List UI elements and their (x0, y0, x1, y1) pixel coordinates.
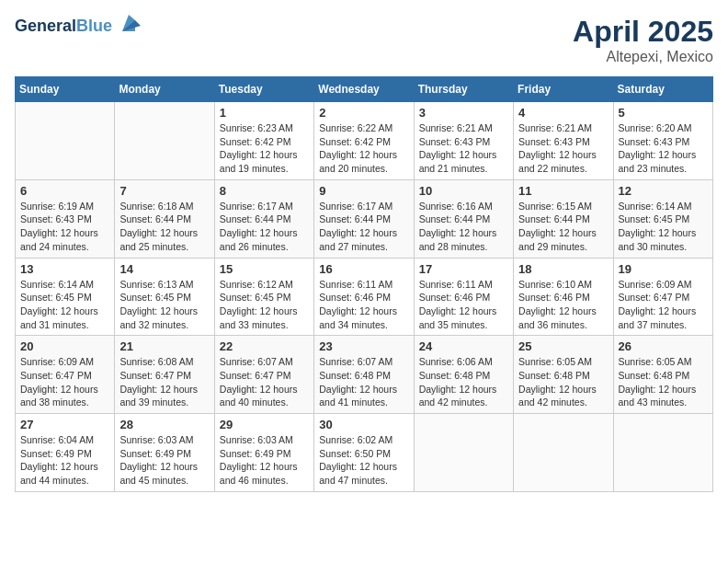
calendar-day-cell: 21Sunrise: 6:08 AMSunset: 6:47 PMDayligh… (115, 336, 214, 414)
calendar-day-cell: 9Sunrise: 6:17 AMSunset: 6:44 PMDaylight… (314, 179, 414, 258)
weekday-header: Monday (115, 77, 214, 102)
day-info: Sunrise: 6:08 AMSunset: 6:47 PMDaylight:… (119, 355, 209, 409)
calendar-day-cell: 8Sunrise: 6:17 AMSunset: 6:44 PMDaylight… (214, 179, 313, 258)
day-number: 29 (220, 418, 309, 431)
calendar-day-cell: 16Sunrise: 6:11 AMSunset: 6:46 PMDayligh… (314, 258, 414, 336)
day-info: Sunrise: 6:16 AMSunset: 6:44 PMDaylight:… (419, 200, 508, 254)
page-subtitle: Altepexi, Mexico (573, 49, 713, 65)
day-info: Sunrise: 6:09 AMSunset: 6:47 PMDaylight:… (619, 278, 708, 332)
day-number: 21 (119, 339, 209, 353)
calendar-week-row: 13Sunrise: 6:14 AMSunset: 6:45 PMDayligh… (16, 258, 713, 336)
calendar-day-cell: 23Sunrise: 6:07 AMSunset: 6:48 PMDayligh… (314, 336, 414, 414)
day-number: 26 (619, 339, 708, 353)
calendar-day-cell: 24Sunrise: 6:06 AMSunset: 6:48 PMDayligh… (414, 336, 513, 414)
day-number: 20 (20, 339, 109, 353)
calendar-day-cell: 18Sunrise: 6:10 AMSunset: 6:46 PMDayligh… (514, 258, 613, 336)
calendar-week-row: 6Sunrise: 6:19 AMSunset: 6:43 PMDaylight… (16, 179, 713, 258)
calendar-day-cell: 25Sunrise: 6:05 AMSunset: 6:48 PMDayligh… (514, 336, 613, 414)
calendar-day-cell: 13Sunrise: 6:14 AMSunset: 6:45 PMDayligh… (16, 258, 115, 336)
calendar-day-cell: 20Sunrise: 6:09 AMSunset: 6:47 PMDayligh… (16, 336, 115, 414)
day-number: 23 (319, 339, 408, 353)
weekday-header: Sunday (16, 77, 115, 102)
day-info: Sunrise: 6:03 AMSunset: 6:49 PMDaylight:… (119, 433, 209, 488)
day-info: Sunrise: 6:21 AMSunset: 6:43 PMDaylight:… (518, 121, 608, 176)
calendar-week-row: 1Sunrise: 6:23 AMSunset: 6:42 PMDaylight… (16, 102, 713, 180)
calendar-day-cell: 15Sunrise: 6:12 AMSunset: 6:45 PMDayligh… (214, 258, 313, 336)
calendar-day-cell: 14Sunrise: 6:13 AMSunset: 6:45 PMDayligh… (115, 258, 214, 336)
calendar-day-cell: 6Sunrise: 6:19 AMSunset: 6:43 PMDaylight… (16, 179, 115, 258)
calendar-day-cell: 17Sunrise: 6:11 AMSunset: 6:46 PMDayligh… (414, 258, 513, 336)
weekday-header: Tuesday (214, 77, 313, 102)
day-number: 13 (20, 262, 109, 276)
day-info: Sunrise: 6:12 AMSunset: 6:45 PMDaylight:… (220, 278, 309, 332)
calendar-day-cell: 27Sunrise: 6:04 AMSunset: 6:49 PMDayligh… (16, 414, 115, 492)
day-info: Sunrise: 6:05 AMSunset: 6:48 PMDaylight:… (518, 355, 608, 409)
day-number: 5 (619, 106, 708, 120)
weekday-header: Wednesday (314, 77, 414, 102)
calendar-day-cell: 11Sunrise: 6:15 AMSunset: 6:44 PMDayligh… (514, 179, 613, 258)
day-number: 11 (518, 184, 608, 198)
day-number: 2 (319, 106, 408, 120)
weekday-header: Saturday (613, 77, 712, 102)
calendar-day-cell: 3Sunrise: 6:21 AMSunset: 6:43 PMDaylight… (414, 102, 513, 180)
calendar-day-cell: 7Sunrise: 6:18 AMSunset: 6:44 PMDaylight… (115, 179, 214, 258)
day-number: 30 (319, 418, 408, 431)
calendar-day-cell (16, 102, 115, 180)
day-info: Sunrise: 6:07 AMSunset: 6:48 PMDaylight:… (319, 355, 408, 409)
day-number: 22 (220, 339, 309, 353)
calendar-day-cell (414, 414, 513, 492)
day-number: 9 (319, 184, 408, 198)
calendar-day-cell: 28Sunrise: 6:03 AMSunset: 6:49 PMDayligh… (115, 414, 214, 492)
day-number: 15 (220, 262, 309, 276)
calendar-day-cell: 22Sunrise: 6:07 AMSunset: 6:47 PMDayligh… (214, 336, 313, 414)
day-info: Sunrise: 6:21 AMSunset: 6:43 PMDaylight:… (419, 121, 508, 176)
calendar-day-cell (514, 414, 613, 492)
day-info: Sunrise: 6:20 AMSunset: 6:43 PMDaylight:… (619, 121, 708, 176)
day-info: Sunrise: 6:22 AMSunset: 6:42 PMDaylight:… (319, 121, 408, 176)
day-number: 18 (518, 262, 608, 276)
logo-text: GeneralBlue (15, 17, 112, 37)
calendar-day-cell: 4Sunrise: 6:21 AMSunset: 6:43 PMDaylight… (514, 102, 613, 180)
day-number: 10 (419, 184, 508, 198)
day-info: Sunrise: 6:23 AMSunset: 6:42 PMDaylight:… (220, 121, 309, 176)
day-info: Sunrise: 6:11 AMSunset: 6:46 PMDaylight:… (319, 278, 408, 332)
day-info: Sunrise: 6:11 AMSunset: 6:46 PMDaylight:… (419, 278, 508, 332)
calendar-day-cell: 30Sunrise: 6:02 AMSunset: 6:50 PMDayligh… (314, 414, 414, 492)
day-info: Sunrise: 6:10 AMSunset: 6:46 PMDaylight:… (518, 278, 608, 332)
day-info: Sunrise: 6:18 AMSunset: 6:44 PMDaylight:… (119, 200, 209, 254)
calendar-day-cell: 1Sunrise: 6:23 AMSunset: 6:42 PMDaylight… (214, 102, 313, 180)
page-title: April 2025 (573, 15, 713, 49)
day-number: 6 (20, 184, 109, 198)
day-info: Sunrise: 6:14 AMSunset: 6:45 PMDaylight:… (20, 278, 109, 332)
title-block: April 2025 Altepexi, Mexico (573, 15, 713, 65)
day-info: Sunrise: 6:05 AMSunset: 6:48 PMDaylight:… (619, 355, 708, 409)
day-number: 4 (518, 106, 608, 120)
calendar-week-row: 20Sunrise: 6:09 AMSunset: 6:47 PMDayligh… (16, 336, 713, 414)
day-number: 19 (619, 262, 708, 276)
day-number: 3 (419, 106, 508, 120)
day-number: 7 (119, 184, 209, 198)
day-number: 24 (419, 339, 508, 353)
weekday-header: Friday (514, 77, 613, 102)
page-header: GeneralBlue April 2025 Altepexi, Mexico (15, 15, 713, 65)
day-number: 8 (220, 184, 309, 198)
weekday-header: Thursday (414, 77, 513, 102)
calendar-day-cell: 5Sunrise: 6:20 AMSunset: 6:43 PMDaylight… (613, 102, 712, 180)
day-number: 27 (20, 418, 109, 431)
day-info: Sunrise: 6:07 AMSunset: 6:47 PMDaylight:… (220, 355, 309, 409)
calendar-table: SundayMondayTuesdayWednesdayThursdayFrid… (15, 76, 713, 492)
day-info: Sunrise: 6:14 AMSunset: 6:45 PMDaylight:… (619, 200, 708, 254)
calendar-day-cell: 12Sunrise: 6:14 AMSunset: 6:45 PMDayligh… (613, 179, 712, 258)
calendar-day-cell: 10Sunrise: 6:16 AMSunset: 6:44 PMDayligh… (414, 179, 513, 258)
logo: GeneralBlue (15, 15, 142, 39)
day-info: Sunrise: 6:06 AMSunset: 6:48 PMDaylight:… (419, 355, 508, 409)
day-number: 12 (619, 184, 708, 198)
day-info: Sunrise: 6:17 AMSunset: 6:44 PMDaylight:… (319, 200, 408, 254)
calendar-day-cell: 19Sunrise: 6:09 AMSunset: 6:47 PMDayligh… (613, 258, 712, 336)
day-number: 16 (319, 262, 408, 276)
day-info: Sunrise: 6:09 AMSunset: 6:47 PMDaylight:… (20, 355, 109, 409)
calendar-week-row: 27Sunrise: 6:04 AMSunset: 6:49 PMDayligh… (16, 414, 713, 492)
day-info: Sunrise: 6:02 AMSunset: 6:50 PMDaylight:… (319, 433, 408, 488)
day-info: Sunrise: 6:04 AMSunset: 6:49 PMDaylight:… (20, 433, 109, 488)
calendar-day-cell: 29Sunrise: 6:03 AMSunset: 6:49 PMDayligh… (214, 414, 313, 492)
